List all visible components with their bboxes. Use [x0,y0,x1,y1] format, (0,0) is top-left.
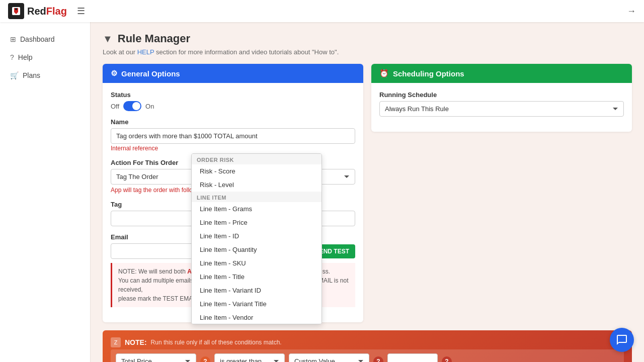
name-input[interactable]: Tag orders with more than $1000 TOTAL am… [111,128,355,144]
condition-compare-type-select[interactable]: Custom Value [289,353,369,362]
main-content: ▼ Rule Manager Look at our HELP section … [91,22,644,362]
running-schedule-group: Running Schedule Always Run This Rule Ru… [379,91,624,117]
general-options-header: ⚙ General Options [103,64,363,83]
condition-operator-select[interactable]: is greater than [214,353,285,362]
name-group: Name Tag orders with more than $1000 TOT… [111,118,355,152]
subtitle-pre: Look at our [103,48,137,56]
dropdown-item[interactable]: Line Item - Quantity [192,243,321,256]
cart-icon: 🛒 [10,71,19,79]
help-icon: ? [10,53,14,61]
dropdown-overlay: Order RiskRisk - ScoreRisk - LevelLine I… [191,153,322,324]
dropdown-item[interactable]: Line Item - SKU [192,256,321,270]
scheduling-options-title: Scheduling Options [393,69,464,78]
scheduling-options-header: ⏰ Scheduling Options [371,64,632,83]
logo-text: RedFlag [27,6,67,17]
conditions-note: NOTE: [125,338,147,346]
sidebar: ⊞ Dashboard ? Help 🛒 Plans [0,22,91,362]
compare-type-help-icon[interactable]: ? [373,356,383,363]
dropdown-group-1: Line Item [192,192,321,202]
logout-icon[interactable]: → [627,6,636,17]
notice-line1: NOTE: We will send both [118,268,187,275]
page-subtitle: Look at our HELP section for more inform… [103,48,632,56]
general-options-title: General Options [121,69,180,78]
conditions-icon: Z [111,337,121,347]
page-header: ▼ Rule Manager [103,32,632,45]
dropdown-item[interactable]: Line Item - Grams [192,202,321,216]
toggle-on-label: On [145,103,154,110]
subtitle-post: section for more information and video t… [154,48,339,56]
content-row: ⚙ General Options Status Off On [103,64,632,322]
condition-field-select[interactable]: Total Price [116,353,196,362]
dropdown-item[interactable]: Line Item - Vendor [192,311,321,324]
toggle-row: Off On [111,101,355,111]
chat-bubble[interactable] [610,328,634,352]
scheduling-options-card: ⏰ Scheduling Options Running Schedule Al… [371,64,632,132]
name-label: Name [111,118,355,126]
sidebar-item-help[interactable]: ? Help [0,48,90,66]
page-title: Rule Manager [118,32,190,45]
sidebar-item-dashboard[interactable]: ⊞ Dashboard [0,30,90,48]
app-logo[interactable]: RedFlag [8,3,67,19]
sidebar-item-label: Help [18,53,33,61]
condition-row: Total Price ? is greater than Custom Val… [111,349,624,362]
dropdown-item[interactable]: Line Item - Title [192,270,321,284]
dropdown-item[interactable]: Line Item - Variant ID [192,284,321,297]
sidebar-item-plans[interactable]: 🛒 Plans [0,66,90,84]
dropdown-item[interactable]: Risk - Level [192,178,321,192]
conditions-section: Z NOTE: Run this rule only if all of the… [103,330,632,362]
filter-icon: ▼ [103,33,113,45]
status-group: Status Off On [111,91,355,111]
status-label: Status [111,91,355,99]
hamburger-icon[interactable]: ☰ [77,6,85,17]
help-link[interactable]: HELP [137,48,154,56]
clock-icon: ⏰ [379,69,389,78]
field-help-icon[interactable]: ? [200,356,210,363]
dropdown-item[interactable]: Line Item - Price [192,216,321,229]
condition-value-input[interactable]: 1000 [387,353,438,362]
logo-icon [8,3,24,19]
scheduling-options-body: Running Schedule Always Run This Rule Ru… [371,83,632,132]
running-schedule-select[interactable]: Always Run This Rule Run Once Run on Sch… [379,101,624,117]
sidebar-item-label: Dashboard [20,35,55,43]
dropdown-group-0: Order Risk [192,154,321,164]
dashboard-icon: ⊞ [10,35,16,43]
topnav: RedFlag ☰ → [0,0,644,22]
conditions-subtitle: Run this rule only if all of these condi… [151,339,282,346]
sidebar-item-label: Plans [23,71,40,79]
toggle-off-label: Off [111,103,119,110]
dropdown-item[interactable]: Line Item - ID [192,229,321,243]
dropdown-item[interactable]: Risk - Score [192,164,321,178]
internal-ref-link[interactable]: Internal reference [111,145,158,152]
svg-rect-1 [15,8,17,10]
conditions-header: Z NOTE: Run this rule only if all of the… [111,337,624,347]
value-help-icon[interactable]: ? [442,356,452,363]
status-toggle[interactable] [123,101,141,111]
running-schedule-label: Running Schedule [379,91,624,99]
gear-icon: ⚙ [111,69,117,78]
dropdown-item[interactable]: Line Item - Variant Title [192,297,321,311]
